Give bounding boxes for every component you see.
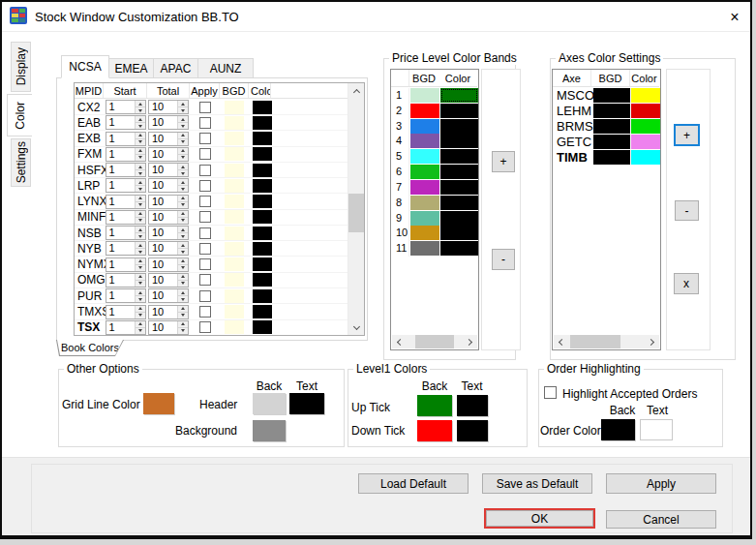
apply-checkbox[interactable]	[199, 227, 211, 239]
total-spinner-down-icon[interactable]	[178, 280, 188, 287]
price-bgd-swatch[interactable]	[410, 119, 439, 134]
price-color-swatch[interactable]	[440, 211, 478, 226]
down-tick-text-well[interactable]	[457, 420, 488, 441]
axes-bgd-swatch[interactable]	[593, 150, 630, 165]
price-color-swatch[interactable]	[440, 241, 478, 256]
scroll-thumb[interactable]	[415, 335, 454, 348]
bgd-swatch[interactable]	[225, 320, 244, 334]
color-swatch[interactable]	[253, 257, 272, 271]
sidebar-tab-settings[interactable]: Settings	[11, 138, 31, 187]
tab-aunz[interactable]: AUNZ	[197, 58, 254, 78]
axes-color-swatch[interactable]	[631, 119, 660, 134]
start-spinner[interactable]: 1	[106, 147, 146, 162]
total-spinner-down-icon[interactable]	[178, 169, 188, 176]
start-spinner[interactable]: 1	[106, 178, 146, 193]
price-color-swatch[interactable]	[440, 119, 478, 134]
price-color-swatch[interactable]	[440, 104, 478, 118]
price-bgd-swatch[interactable]	[410, 88, 439, 103]
apply-checkbox[interactable]	[199, 117, 211, 129]
price-color-swatch[interactable]	[440, 196, 478, 210]
vertical-scrollbar[interactable]	[348, 83, 364, 335]
total-spinner[interactable]: 10	[148, 210, 189, 225]
total-spinner[interactable]: 10	[148, 305, 189, 319]
total-spinner-down-icon[interactable]	[178, 312, 188, 318]
start-spinner[interactable]: 1	[106, 210, 146, 225]
start-spinner[interactable]: 1	[106, 320, 146, 335]
price-color-swatch[interactable]	[440, 88, 478, 103]
bgd-swatch[interactable]	[225, 227, 244, 240]
start-spinner[interactable]: 1	[106, 100, 146, 114]
order-text-well[interactable]	[640, 419, 673, 440]
total-spinner-down-icon[interactable]	[178, 106, 188, 113]
start-spinner-down-icon[interactable]	[136, 264, 145, 271]
color-swatch[interactable]	[253, 132, 272, 145]
up-tick-back-well[interactable]	[417, 395, 452, 416]
scroll-left-icon[interactable]	[554, 335, 568, 348]
start-spinner-down-icon[interactable]	[136, 327, 145, 334]
color-swatch[interactable]	[253, 195, 272, 208]
tab-apac[interactable]: APAC	[153, 58, 198, 78]
total-spinner[interactable]: 10	[148, 163, 189, 177]
scroll-down-icon[interactable]	[348, 319, 364, 335]
start-spinner-down-icon[interactable]	[136, 138, 145, 145]
bgd-swatch[interactable]	[225, 179, 244, 193]
scroll-thumb[interactable]	[570, 335, 620, 348]
bgd-swatch[interactable]	[225, 101, 244, 114]
color-swatch[interactable]	[253, 227, 272, 240]
bgd-swatch[interactable]	[225, 164, 244, 177]
start-spinner-down-icon[interactable]	[136, 217, 145, 224]
apply-checkbox[interactable]	[199, 165, 211, 176]
start-spinner[interactable]: 1	[106, 115, 146, 130]
apply-checkbox[interactable]	[199, 211, 211, 223]
price-bgd-swatch[interactable]	[410, 226, 439, 240]
bgd-swatch[interactable]	[225, 210, 244, 224]
axes-bgd-swatch[interactable]	[593, 88, 630, 103]
scroll-right-icon[interactable]	[463, 335, 477, 348]
start-spinner-down-icon[interactable]	[136, 106, 145, 113]
axes-delete-button[interactable]: x	[674, 273, 699, 294]
axes-color-swatch[interactable]	[631, 88, 660, 103]
total-spinner[interactable]: 10	[148, 257, 189, 272]
color-swatch[interactable]	[253, 242, 272, 256]
down-tick-back-well[interactable]	[417, 420, 452, 441]
start-spinner-down-icon[interactable]	[136, 248, 145, 255]
start-spinner-down-icon[interactable]	[136, 232, 145, 239]
price-add-button[interactable]: +	[492, 151, 515, 172]
axes-color-swatch[interactable]	[631, 135, 660, 149]
price-bgd-swatch[interactable]	[410, 241, 439, 256]
price-bgd-swatch[interactable]	[410, 211, 439, 226]
total-spinner-down-icon[interactable]	[178, 248, 188, 255]
price-bgd-swatch[interactable]	[410, 180, 439, 195]
color-swatch[interactable]	[253, 305, 272, 318]
apply-checkbox[interactable]	[199, 148, 211, 160]
price-bgd-swatch[interactable]	[410, 196, 439, 210]
apply-checkbox[interactable]	[199, 102, 211, 113]
start-spinner[interactable]: 1	[106, 132, 146, 146]
total-spinner-down-icon[interactable]	[178, 264, 188, 271]
total-spinner[interactable]: 10	[148, 320, 189, 335]
apply-checkbox[interactable]	[199, 243, 211, 255]
start-spinner[interactable]: 1	[106, 273, 146, 288]
total-spinner-down-icon[interactable]	[178, 217, 188, 224]
price-remove-button[interactable]: -	[492, 249, 515, 270]
color-swatch[interactable]	[253, 320, 272, 334]
total-spinner[interactable]: 10	[148, 132, 189, 146]
start-spinner[interactable]: 1	[106, 241, 146, 256]
start-spinner-down-icon[interactable]	[136, 154, 145, 161]
axes-bgd-swatch[interactable]	[593, 119, 630, 134]
start-spinner-down-icon[interactable]	[136, 122, 145, 129]
order-back-well[interactable]	[601, 419, 635, 440]
apply-checkbox[interactable]	[199, 258, 211, 270]
apply-checkbox[interactable]	[199, 274, 211, 286]
bgd-swatch[interactable]	[225, 132, 244, 145]
save-as-default-button[interactable]: Save as Default	[482, 473, 592, 494]
price-bgd-swatch[interactable]	[410, 134, 439, 148]
color-swatch[interactable]	[253, 273, 272, 287]
bgd-swatch[interactable]	[225, 305, 244, 318]
apply-checkbox[interactable]	[199, 306, 211, 318]
close-icon[interactable]: ×	[724, 7, 745, 28]
start-spinner[interactable]: 1	[106, 288, 146, 303]
apply-checkbox[interactable]	[199, 196, 211, 207]
bgd-swatch[interactable]	[225, 289, 244, 303]
start-spinner[interactable]: 1	[106, 163, 146, 177]
